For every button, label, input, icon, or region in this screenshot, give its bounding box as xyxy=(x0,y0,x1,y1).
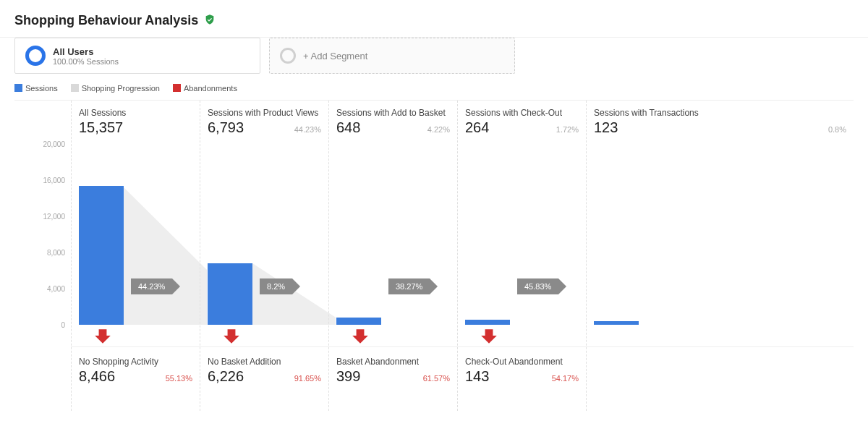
stage-pct: 4.22% xyxy=(427,125,450,134)
y-tick: 0 xyxy=(61,321,65,329)
chart-legend: Sessions Shopping Progression Abandonmen… xyxy=(0,81,868,100)
stage-value: 264 xyxy=(465,119,489,136)
stage-pct: 0.8% xyxy=(828,125,846,134)
abandon-arrow-icon xyxy=(351,326,370,347)
legend-abandonments: Abandonments xyxy=(173,84,237,93)
stage-value: 6,793 xyxy=(208,119,244,136)
stage-bar xyxy=(465,320,510,325)
funnel-stage-product-views[interactable]: Sessions with Product Views 6,79344.23% … xyxy=(200,101,328,411)
legend-progression: Shopping Progression xyxy=(71,84,160,93)
page-header: Shopping Behaviour Analysis xyxy=(0,0,868,37)
stage-bar xyxy=(594,321,639,325)
funnel-stage-transactions[interactable]: Sessions with Transactions 1230.8% xyxy=(586,101,854,411)
abandon-value: 143 xyxy=(465,368,489,385)
stage-label: Sessions with Product Views xyxy=(208,108,321,118)
funnel-chart: 20,000 16,000 12,000 8,000 4,000 0 All S… xyxy=(14,100,854,411)
abandon-pct: 91.65% xyxy=(294,374,321,383)
progression-tag: 44.23% xyxy=(131,278,180,294)
abandon-pct: 55.13% xyxy=(166,374,192,383)
funnel-stage-checkout[interactable]: Sessions with Check-Out 2641.72% 45.83% … xyxy=(457,101,586,411)
abandon-arrow-icon xyxy=(93,326,112,347)
y-axis: 20,000 16,000 12,000 8,000 4,000 0 xyxy=(14,101,71,411)
page-title: Shopping Behaviour Analysis xyxy=(14,13,198,28)
add-segment-label: + Add Segment xyxy=(303,51,367,61)
stage-bar xyxy=(79,186,124,325)
abandon-arrow-icon xyxy=(480,326,498,347)
y-tick: 4,000 xyxy=(47,285,65,293)
y-tick: 20,000 xyxy=(43,140,65,148)
stage-pct: 44.23% xyxy=(294,125,321,134)
funnel-stage-all-sessions[interactable]: All Sessions 15,357 44.23% No Shopping A… xyxy=(71,101,200,411)
stage-bar xyxy=(336,318,381,325)
abandon-label: Basket Abandonment xyxy=(336,357,450,367)
segment-ring-icon xyxy=(25,46,46,66)
abandon-arrow-icon xyxy=(222,326,241,347)
abandon-pct: 61.57% xyxy=(423,374,450,383)
add-segment-ring-icon xyxy=(280,48,296,64)
stage-value: 15,357 xyxy=(79,119,123,136)
abandon-label: No Shopping Activity xyxy=(79,357,192,367)
add-segment-button[interactable]: + Add Segment xyxy=(269,38,515,74)
progression-tag: 8.2% xyxy=(260,278,300,294)
abandon-label: No Basket Addition xyxy=(208,357,321,367)
stage-pct: 1.72% xyxy=(556,125,579,134)
segment-all-users[interactable]: All Users 100.00% Sessions xyxy=(14,38,260,74)
stage-value: 123 xyxy=(594,119,618,136)
abandon-pct: 54.17% xyxy=(552,374,579,383)
y-tick: 12,000 xyxy=(43,213,65,221)
segment-sub: 100.00% Sessions xyxy=(53,57,119,66)
stage-label: Sessions with Add to Basket xyxy=(336,108,450,118)
y-tick: 8,000 xyxy=(47,249,65,257)
progression-tag: 38.27% xyxy=(388,278,438,294)
verified-shield-icon xyxy=(204,14,216,27)
legend-sessions: Sessions xyxy=(14,84,58,93)
abandon-value: 8,466 xyxy=(79,368,115,385)
y-tick: 16,000 xyxy=(43,176,65,184)
stage-bar xyxy=(208,263,252,325)
stage-label: Sessions with Check-Out xyxy=(465,108,579,118)
abandon-label: Check-Out Abandonment xyxy=(465,357,579,367)
abandon-value: 399 xyxy=(336,368,360,385)
stage-label: Sessions with Transactions xyxy=(594,108,846,118)
funnel-stage-add-basket[interactable]: Sessions with Add to Basket 6484.22% 38.… xyxy=(328,101,457,411)
segment-name: All Users xyxy=(53,46,119,57)
abandon-value: 6,226 xyxy=(208,368,244,385)
stage-value: 648 xyxy=(336,119,360,136)
stage-label: All Sessions xyxy=(79,108,192,118)
progression-tag: 45.83% xyxy=(517,278,566,294)
